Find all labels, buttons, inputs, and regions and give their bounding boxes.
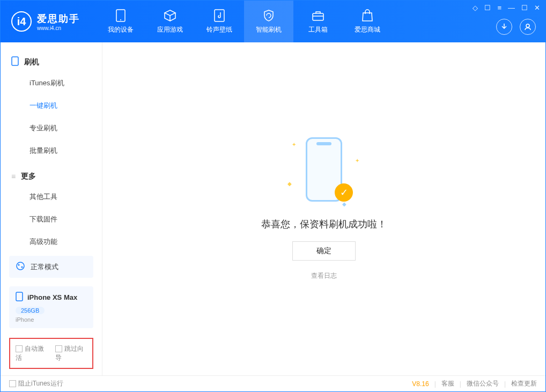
header-actions bbox=[496, 19, 536, 35]
mode-icon bbox=[16, 261, 25, 272]
logo-icon: i4 bbox=[11, 11, 32, 32]
phone-icon bbox=[114, 9, 127, 22]
device-icon bbox=[16, 292, 23, 303]
music-file-icon bbox=[213, 9, 226, 22]
window-controls: ◇ ☐ ≡ — ☐ ✕ bbox=[473, 4, 540, 12]
download-button[interactable] bbox=[496, 19, 512, 35]
success-illustration: ✦◆✦◆ ✓ bbox=[292, 137, 356, 207]
svg-point-5 bbox=[526, 24, 529, 27]
svg-rect-3 bbox=[313, 13, 323, 20]
sidebar-item-batch-flash[interactable]: 批量刷机 bbox=[1, 139, 102, 162]
minimize-button[interactable]: — bbox=[508, 4, 515, 12]
sidebar-item-other-tools[interactable]: 其他工具 bbox=[1, 186, 102, 208]
footer-link-wechat[interactable]: 微信公众号 bbox=[467, 379, 499, 388]
feedback-icon[interactable]: ☐ bbox=[484, 4, 491, 12]
mode-card[interactable]: 正常模式 bbox=[9, 256, 93, 278]
status-bar: 阻止iTunes运行 V8.16 | 客服 | 微信公众号 | 检查更新 bbox=[1, 375, 545, 391]
device-type: iPhone bbox=[16, 316, 87, 323]
sidebar-item-itunes-flash[interactable]: iTunes刷机 bbox=[1, 72, 102, 94]
tab-toolbox[interactable]: 工具箱 bbox=[293, 1, 343, 42]
sidebar: 刷机 iTunes刷机 一键刷机 专业刷机 批量刷机 ≡ 更多 其他工具 下载固… bbox=[1, 42, 102, 375]
list-icon: ≡ bbox=[11, 172, 16, 181]
svg-point-9 bbox=[21, 267, 23, 268]
tab-smart-flash[interactable]: 智能刷机 bbox=[244, 1, 293, 42]
tab-my-device[interactable]: 我的设备 bbox=[96, 1, 145, 42]
tab-store[interactable]: 爱思商城 bbox=[343, 1, 392, 42]
sidebar-section-more: ≡ 更多 bbox=[1, 167, 102, 186]
user-button[interactable] bbox=[520, 19, 536, 35]
svg-point-7 bbox=[17, 262, 24, 270]
app-name: 爱思助手 bbox=[37, 12, 80, 25]
svg-rect-10 bbox=[16, 292, 23, 301]
main-tabs: 我的设备 应用游戏 铃声壁纸 智能刷机 工具箱 爱思商城 bbox=[96, 1, 392, 42]
shopping-bag-icon bbox=[361, 9, 374, 22]
sidebar-item-download-firmware[interactable]: 下载固件 bbox=[1, 208, 102, 231]
close-button[interactable]: ✕ bbox=[534, 4, 540, 12]
tab-ringtone-wallpaper[interactable]: 铃声壁纸 bbox=[195, 1, 244, 42]
sidebar-item-pro-flash[interactable]: 专业刷机 bbox=[1, 117, 102, 139]
flash-options-highlight: 自动激活 跳过向导 bbox=[9, 338, 93, 369]
menu-icon[interactable]: ≡ bbox=[497, 4, 501, 12]
device-storage: 256GB bbox=[16, 307, 45, 314]
svg-point-8 bbox=[18, 264, 20, 266]
app-url: www.i4.cn bbox=[37, 25, 80, 31]
phone-outline-icon bbox=[11, 56, 19, 68]
shield-refresh-icon bbox=[262, 9, 275, 22]
maximize-button[interactable]: ☐ bbox=[521, 4, 528, 12]
footer-link-update[interactable]: 检查更新 bbox=[511, 379, 537, 388]
cube-icon bbox=[164, 9, 176, 22]
ok-button[interactable]: 确定 bbox=[292, 241, 356, 261]
skin-icon[interactable]: ◇ bbox=[473, 4, 478, 12]
device-card[interactable]: iPhone XS Max 256GB iPhone bbox=[9, 286, 93, 328]
svg-rect-6 bbox=[12, 57, 18, 65]
mode-label: 正常模式 bbox=[31, 262, 58, 272]
checkbox-skip-guide[interactable]: 跳过向导 bbox=[55, 344, 87, 363]
sidebar-section-flash: 刷机 bbox=[1, 52, 102, 72]
success-message: 恭喜您，保资料刷机成功啦！ bbox=[261, 218, 387, 231]
view-log-link[interactable]: 查看日志 bbox=[311, 271, 337, 280]
version-label: V8.16 bbox=[412, 380, 429, 388]
main-content: ✦◆✦◆ ✓ 恭喜您，保资料刷机成功啦！ 确定 查看日志 bbox=[102, 42, 545, 375]
check-badge-icon: ✓ bbox=[335, 183, 353, 202]
sidebar-item-advanced[interactable]: 高级功能 bbox=[1, 231, 102, 253]
footer-link-support[interactable]: 客服 bbox=[441, 379, 454, 388]
checkbox-auto-activate[interactable]: 自动激活 bbox=[16, 344, 48, 363]
device-name: iPhone XS Max bbox=[27, 293, 77, 301]
sidebar-item-oneclick-flash[interactable]: 一键刷机 bbox=[1, 94, 102, 117]
svg-point-1 bbox=[120, 19, 121, 20]
app-logo: i4 爱思助手 www.i4.cn bbox=[1, 11, 91, 32]
toolbox-icon bbox=[312, 9, 324, 22]
checkbox-block-itunes[interactable]: 阻止iTunes运行 bbox=[9, 379, 63, 388]
title-bar: i4 爱思助手 www.i4.cn 我的设备 应用游戏 铃声壁纸 智能刷机 工具… bbox=[1, 1, 545, 42]
tab-apps-games[interactable]: 应用游戏 bbox=[145, 1, 195, 42]
